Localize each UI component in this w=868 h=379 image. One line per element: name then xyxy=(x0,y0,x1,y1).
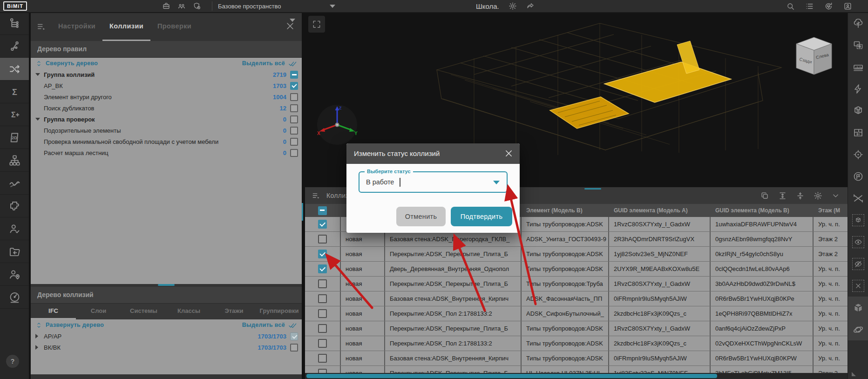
rule-item[interactable]: Группа проверок0 xyxy=(31,114,302,125)
rule-item-checkbox[interactable] xyxy=(290,82,298,90)
bimit-logo[interactable]: BiMiT xyxy=(3,1,27,11)
row-checkbox[interactable] xyxy=(318,250,327,258)
close-icon[interactable] xyxy=(504,149,514,158)
rule-item[interactable]: Группа коллизий2719 xyxy=(31,69,302,80)
list-menu-icon[interactable] xyxy=(805,2,814,11)
tree-caret-icon[interactable] xyxy=(35,73,44,76)
team-icon[interactable] xyxy=(177,2,186,10)
viewport-tool-nature[interactable] xyxy=(848,12,868,34)
viewport-tool-eye[interactable] xyxy=(848,231,868,253)
collision-row[interactable]: новаяПерекрытие:ADSK_Перекрытие_Плита_БТ… xyxy=(305,247,848,262)
column-header-4[interactable]: GUID элемента (Модель A) xyxy=(608,204,710,217)
viewport-tool-ruler[interactable] xyxy=(848,56,868,78)
collision-tab-Группировки[interactable]: Группировки xyxy=(257,304,302,319)
rule-item[interactable]: Проверка минимальной свободной площади с… xyxy=(31,136,302,147)
viewport-tool-ghost-cube[interactable] xyxy=(848,209,868,231)
viewport-tool-orbit[interactable] xyxy=(848,318,868,340)
rail-tool-orgchart[interactable] xyxy=(0,149,29,172)
viewport-tool-select-region[interactable] xyxy=(848,34,868,56)
collision-row[interactable]: новаяБазовая стена:ADSK_Внутренняя_Кирпи… xyxy=(305,351,848,366)
viewport-tool-locate[interactable] xyxy=(848,143,868,165)
collision-row[interactable]: новаяПерекрытие:ADSK_Пол 2:1788133:2Типы… xyxy=(305,336,848,351)
collapse-section-icon[interactable] xyxy=(290,19,295,22)
horizontal-scrollbar[interactable] xyxy=(305,373,848,379)
rule-item[interactable]: Подозрительные элементы0 xyxy=(31,125,302,136)
rule-item[interactable]: Расчет марша лестниц0 xyxy=(31,147,302,158)
row-checkbox[interactable] xyxy=(318,235,327,244)
collapse-rows-icon[interactable] xyxy=(796,191,805,200)
viewport-tool-flash[interactable] xyxy=(848,78,868,100)
confirm-button[interactable]: Подтвердить xyxy=(451,207,512,226)
rail-tool-branch[interactable] xyxy=(0,35,29,58)
collision-row[interactable]: новаяПерекрытие:ADSK_Пол 2:1788133:2ADSK… xyxy=(305,306,848,321)
status-select[interactable]: Выберите статус В работе xyxy=(359,171,508,193)
rule-item-checkbox[interactable] xyxy=(290,127,298,135)
rule-item-checkbox[interactable] xyxy=(290,115,298,123)
close-icon[interactable] xyxy=(285,21,295,31)
rail-tool-clash[interactable] xyxy=(0,58,29,81)
rail-tool-sigma-plus[interactable]: Σ xyxy=(0,103,29,126)
rule-item-checkbox[interactable] xyxy=(290,93,298,101)
gear-icon[interactable] xyxy=(509,2,517,10)
rail-tool-sigma[interactable]: Σ xyxy=(0,81,29,103)
chevron-down-icon[interactable] xyxy=(831,191,840,200)
collision-tab-Слои[interactable]: Слои xyxy=(76,304,121,319)
collision-tab-Классы[interactable]: Классы xyxy=(166,304,211,319)
collision-group-item-checkbox[interactable] xyxy=(290,332,298,340)
rule-item-checkbox[interactable] xyxy=(290,138,298,146)
table-menu-icon[interactable] xyxy=(312,191,321,200)
expand-rows-icon[interactable] xyxy=(778,191,787,200)
cancel-button[interactable]: Отменить xyxy=(396,207,446,226)
row-checkbox[interactable] xyxy=(318,294,327,303)
row-checkbox[interactable] xyxy=(318,339,327,348)
rail-tool-sheet2d[interactable]: 2D xyxy=(0,126,29,149)
row-checkbox[interactable] xyxy=(318,309,327,318)
collision-row[interactable]: новаяБазовая стена:ADSK_Внутренняя_Кирпи… xyxy=(305,291,848,306)
briefcase-icon[interactable] xyxy=(162,2,170,10)
collision-group-item-checkbox[interactable] xyxy=(290,344,298,352)
viewport-tool-delete-x[interactable] xyxy=(848,275,868,297)
collision-tab-IFC[interactable]: IFC xyxy=(31,304,76,319)
viewport-tool-solid-cube[interactable] xyxy=(848,297,868,318)
table-resize-handle[interactable] xyxy=(584,188,601,190)
rule-item-checkbox[interactable] xyxy=(290,71,298,79)
rail-tool-gauge[interactable] xyxy=(0,286,29,309)
notification-sync-icon[interactable] xyxy=(824,2,833,11)
tab-Настройки[interactable]: Настройки xyxy=(51,12,102,41)
row-checkbox[interactable] xyxy=(318,279,327,288)
viewport-tool-eye-off[interactable] xyxy=(848,253,868,275)
chevron-down-icon[interactable] xyxy=(493,181,500,184)
rule-item-checkbox[interactable] xyxy=(290,149,298,157)
expand-tree-link[interactable]: Развернуть дерево xyxy=(46,322,104,328)
row-checkbox[interactable] xyxy=(318,264,327,273)
viewport-tool-flag[interactable] xyxy=(848,165,868,187)
share-icon[interactable] xyxy=(526,2,535,10)
account-icon[interactable] xyxy=(843,2,852,11)
row-checkbox[interactable] xyxy=(318,354,327,363)
collision-row[interactable]: новаяДверь_Деревянная_Внутренняя_Однопол… xyxy=(305,262,848,277)
tree-caret-icon[interactable] xyxy=(35,334,44,338)
tab-Проверки[interactable]: Проверки xyxy=(150,12,198,41)
axis-gizmo[interactable]: X Y Z xyxy=(316,103,359,146)
collision-tab-Этажи[interactable]: Этажи xyxy=(211,304,257,319)
rail-tool-hierarchy[interactable] xyxy=(0,12,29,35)
rail-tool-puzzle[interactable] xyxy=(0,195,29,217)
panel-menu-icon[interactable] xyxy=(36,21,47,32)
collision-row[interactable]: новаяПерекрытие:ADSK_Перекрытие_Плита_БТ… xyxy=(305,321,848,336)
tree-caret-icon[interactable] xyxy=(35,345,44,350)
tab-Коллизии[interactable]: Коллизии xyxy=(102,12,150,41)
collapse-tree-link[interactable]: Свернуть дерево xyxy=(46,60,98,67)
rule-item[interactable]: Элемент внтури другого1004 xyxy=(31,91,302,102)
viewport-tool-section-cube[interactable] xyxy=(848,100,868,122)
collision-tab-Системы[interactable]: Системы xyxy=(121,304,166,319)
tree-caret-icon[interactable] xyxy=(35,118,44,121)
workspace-selector[interactable]: Базовое пространство xyxy=(218,0,335,12)
rule-item[interactable]: Поиск дубликатов12 xyxy=(31,102,302,114)
select-all-checkbox[interactable] xyxy=(318,206,327,215)
collision-group-item[interactable]: АР/АР1703/1703 xyxy=(31,331,302,342)
panel-resize-handle[interactable] xyxy=(158,284,175,286)
shield-status-icon[interactable] xyxy=(193,2,201,10)
column-header-3[interactable]: Элемент (Модель B) xyxy=(521,204,608,217)
rule-item[interactable]: АР_ВК1703 xyxy=(31,80,302,91)
row-checkbox[interactable] xyxy=(318,220,327,229)
